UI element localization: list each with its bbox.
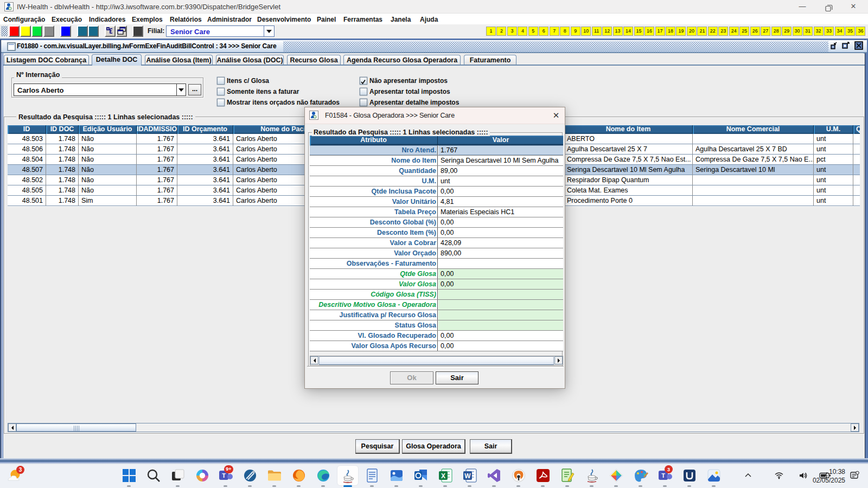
svg-text:X: X (441, 472, 445, 480)
svg-text:T: T (222, 472, 226, 479)
svg-text:T: T (661, 472, 665, 479)
svg-text:W: W (464, 472, 471, 480)
